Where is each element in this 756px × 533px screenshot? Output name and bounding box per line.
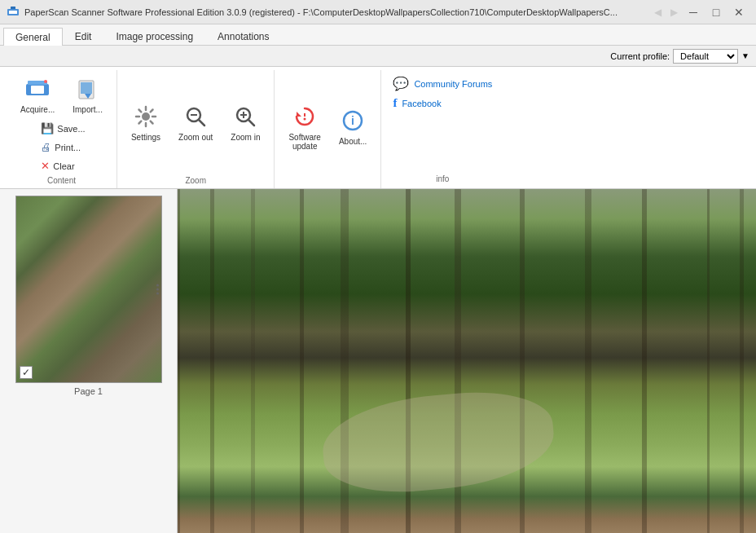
software-update-button[interactable]: Software update [281, 99, 327, 156]
title-bar: PaperScan Scanner Software Professional … [0, 0, 756, 24]
dot-1 [156, 284, 159, 287]
community-forums-link[interactable]: 💬 Community Forums [388, 73, 497, 94]
import-button[interactable]: Import... [65, 72, 110, 120]
software-update-icon [293, 105, 316, 131]
clear-icon: ✕ [41, 160, 50, 172]
print-label: Print... [55, 143, 81, 152]
tab-annotations[interactable]: Annotations [205, 27, 281, 45]
tab-bar: General Edit Image processing Annotation… [0, 24, 756, 46]
window-title: PaperScan Scanner Software Professional … [24, 7, 650, 17]
tab-edit[interactable]: Edit [63, 27, 104, 45]
page-checkbox-1[interactable]: ✓ [20, 366, 33, 379]
zoom-group-label: Zoom [185, 174, 206, 187]
app-icon [7, 6, 20, 19]
page-thumbnail-1[interactable]: ✓ [15, 196, 162, 383]
maximize-button[interactable]: □ [705, 4, 727, 20]
svg-rect-4 [31, 86, 44, 94]
acquire-icon [24, 77, 51, 104]
ribbon: Acquire... Import... 💾 Save... 🖨 Print..… [0, 67, 756, 189]
page-context-menu-dots[interactable] [156, 284, 159, 295]
ribbon-group-zoom: Settings Zoom out Zoom in Zoom [117, 70, 275, 188]
close-button[interactable]: ✕ [728, 4, 749, 20]
ribbon-group-info: 💬 Community Forums f Facebook info [381, 70, 503, 188]
tab-general[interactable]: General [3, 28, 63, 46]
software-update-label: Software update [288, 133, 320, 151]
page-image-1 [16, 196, 161, 382]
svg-line-17 [248, 120, 254, 126]
facebook-icon: f [393, 96, 397, 110]
zoom-btns: Settings Zoom out Zoom in [124, 72, 268, 174]
ribbon-group-content: Acquire... Import... 💾 Save... 🖨 Print..… [7, 70, 117, 188]
nav-back-btn[interactable]: ◀ [650, 5, 665, 20]
dot-3 [156, 293, 159, 295]
page-label-1: Page 1 [74, 386, 103, 396]
facebook-link[interactable]: f Facebook [388, 94, 497, 112]
facebook-label: Facebook [402, 99, 441, 108]
acquire-label: Acquire... [20, 105, 55, 114]
about-label: About... [339, 137, 367, 146]
zoom-in-icon [234, 105, 257, 131]
canvas-area [178, 189, 756, 533]
import-icon [77, 77, 99, 104]
clear-button[interactable]: ✕ Clear [37, 157, 89, 174]
ribbon-group-software: Software update i About... [275, 70, 381, 188]
zoom-out-button[interactable]: Zoom out [171, 99, 220, 148]
svg-rect-8 [81, 82, 92, 94]
import-label: Import... [73, 105, 103, 114]
community-forums-label: Community Forums [414, 79, 492, 89]
content-main-btns: Acquire... Import... [13, 72, 110, 120]
about-button[interactable]: i About... [332, 104, 374, 152]
zoom-in-button[interactable]: Zoom in [223, 99, 267, 148]
svg-point-10 [142, 112, 150, 121]
svg-text:i: i [351, 114, 354, 127]
dot-2 [156, 289, 159, 291]
save-button[interactable]: 💾 Save... [37, 120, 89, 137]
content-group-label: Content [47, 174, 76, 187]
sidebar-page-list: ✓ Page 1 [0, 189, 177, 533]
main-area: ✓ Page 1 ◀ ▶ [0, 189, 756, 533]
settings-button[interactable]: Settings [124, 99, 168, 148]
save-icon: 💾 [41, 122, 54, 134]
zoom-in-label: Zoom in [231, 133, 260, 142]
nav-forward-btn[interactable]: ▶ [666, 5, 681, 20]
save-label: Save... [57, 124, 85, 134]
window-controls: ◀ ▶ ─ □ ✕ [650, 4, 749, 20]
zoom-out-label: Zoom out [178, 133, 213, 142]
profile-select[interactable]: Default [673, 49, 738, 64]
zoom-out-icon [184, 105, 207, 131]
content-small-btns: 💾 Save... 🖨 Print... ✕ Clear [37, 120, 89, 174]
about-icon: i [341, 109, 364, 135]
document-image [178, 189, 756, 533]
print-icon: 🖨 [41, 141, 51, 153]
clear-label: Clear [53, 161, 74, 171]
minimize-button[interactable]: ─ [683, 4, 704, 20]
svg-point-20 [304, 117, 306, 120]
profile-dropdown-icon[interactable]: ▼ [741, 51, 749, 60]
profile-label: Current profile: [610, 51, 670, 61]
info-group-label: info [388, 173, 497, 185]
software-btns: Software update i About... [281, 72, 374, 183]
svg-rect-1 [9, 11, 17, 14]
profile-bar: Current profile: Default ▼ [0, 46, 756, 67]
svg-point-6 [44, 80, 47, 83]
settings-label: Settings [131, 133, 160, 142]
print-button[interactable]: 🖨 Print... [37, 139, 89, 156]
tab-image-processing[interactable]: Image processing [103, 27, 205, 45]
svg-line-13 [199, 120, 204, 126]
community-forums-icon: 💬 [393, 76, 409, 91]
acquire-button[interactable]: Acquire... [13, 72, 62, 120]
settings-icon [134, 105, 157, 131]
sidebar: ✓ Page 1 ◀ ▶ [0, 189, 178, 533]
svg-marker-18 [297, 112, 301, 117]
svg-rect-2 [11, 7, 15, 9]
